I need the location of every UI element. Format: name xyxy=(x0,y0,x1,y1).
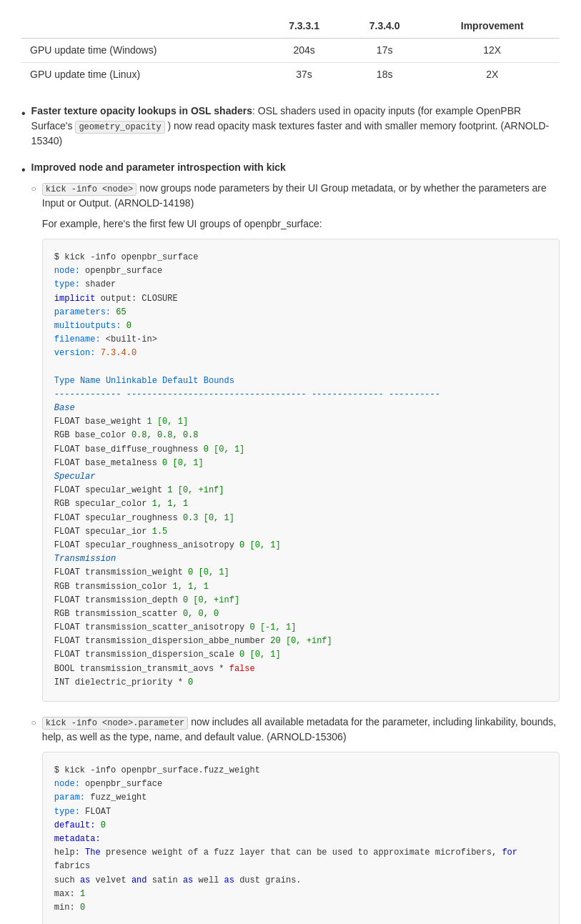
val-windows-v1: 204s xyxy=(264,39,344,63)
param-trans-color: RGB transmission_color xyxy=(54,582,173,592)
kick-info-node-code: kick -info <node> xyxy=(42,183,136,196)
default-col: Default xyxy=(162,376,198,386)
cmd-line: $ kick -info openpbr_surface xyxy=(54,252,199,262)
val-spec-ior: 1.5 xyxy=(152,527,168,537)
param-trans-disp-abbe: FLOAT transmission_dispersion_abbe_numbe… xyxy=(54,636,270,646)
col-header-metric xyxy=(21,14,264,39)
help-text-1: presence weight of a fuzz layer that can… xyxy=(101,848,502,858)
min-val: 0 xyxy=(80,903,85,913)
val-base-weight: 1 xyxy=(147,417,152,427)
val-trans-aovs: false xyxy=(229,664,255,674)
sp4 xyxy=(173,485,178,495)
section-base: Base xyxy=(54,403,75,413)
section-specular: Specular xyxy=(54,472,96,482)
param-base-metal: FLOAT base_metalness xyxy=(54,458,162,468)
bounds-trans-depth: [0, +inf] xyxy=(193,595,239,605)
type-val-2: FLOAT xyxy=(80,807,111,817)
max-line: max: xyxy=(54,889,80,899)
sp7 xyxy=(193,567,198,577)
param-trans-weight: FLOAT transmission_weight xyxy=(54,567,188,577)
sp10 xyxy=(281,636,286,646)
bounds-base-metal: [0, 1] xyxy=(173,458,204,468)
unlinkable-col: Unlinkable xyxy=(106,376,157,386)
version-key: version: xyxy=(54,348,96,358)
kick-info-param-codeblock: $ kick -info openpbr_surface.fuzz_weight… xyxy=(42,752,560,924)
bounds-spec-weight: [0, +inf] xyxy=(178,485,224,495)
multioutputs-val: 0 xyxy=(121,321,131,331)
sub-bullet-icon: ○ xyxy=(31,182,36,195)
feature-item-kick: • Improved node and parameter introspect… xyxy=(21,160,560,924)
node-key: node: xyxy=(54,266,80,276)
param-key: param: xyxy=(54,793,85,803)
parameters-key: parameters: xyxy=(54,307,111,317)
bounds-trans-scatter-aniso: [-1, 1] xyxy=(260,622,296,632)
node-val: openpbr_surface xyxy=(80,266,162,276)
val-trans-disp-abbe: 20 xyxy=(270,636,280,646)
col-header-v1: 7.3.3.1 xyxy=(264,14,344,39)
bounds-col: Bounds xyxy=(204,376,234,386)
version-val: 7.3.4.0 xyxy=(95,348,136,358)
max-val: 1 xyxy=(80,889,85,899)
default-key: default: xyxy=(54,820,96,830)
filename-key: filename: xyxy=(54,334,101,344)
param-spec-weight: FLOAT specular_weight xyxy=(54,485,167,495)
kick-subitem-param: ○ kick -info <node>.parameter now includ… xyxy=(31,715,560,924)
val-spec-color: 1, 1, 1 xyxy=(152,499,188,509)
spacer2 xyxy=(101,376,106,386)
val-windows-imp: 12X xyxy=(424,39,560,63)
performance-table: 7.3.3.1 7.3.4.0 Improvement GPU update t… xyxy=(21,14,560,86)
the-word: The xyxy=(85,848,101,858)
sub-bullet-icon-2: ○ xyxy=(31,716,36,729)
param-trans-scatter: RGB transmission_scatter xyxy=(54,609,183,619)
param-spec-aniso: FLOAT specular_roughness_anisotropy xyxy=(54,540,239,550)
help-text-6: well xyxy=(193,875,224,885)
spacer1 xyxy=(75,376,80,386)
feature-list: • Faster texture opacity lookups in OSL … xyxy=(21,104,560,924)
sp1 xyxy=(152,417,157,427)
sp9 xyxy=(255,622,260,632)
sp11 xyxy=(244,650,249,660)
kick-param-content: kick -info <node>.parameter now includes… xyxy=(42,715,560,924)
sp6 xyxy=(244,540,249,550)
bullet-icon: • xyxy=(21,162,26,179)
val-trans-depth: 0 xyxy=(183,595,188,605)
bounds-spec-rough: [0, 1] xyxy=(204,513,234,523)
val-linux-imp: 2X xyxy=(424,63,560,87)
type-key-2: type: xyxy=(54,807,80,817)
as-word1: as xyxy=(80,875,90,885)
val-linux-v1: 37s xyxy=(264,63,344,87)
param-base-weight: FLOAT base_weight xyxy=(54,417,147,427)
feature-item-osl: • Faster texture opacity lookups in OSL … xyxy=(21,104,560,149)
kick-sub-list: ○ kick -info <node> now groups node para… xyxy=(31,181,560,924)
val-base-diff: 0 xyxy=(204,444,209,454)
param-spec-ior: FLOAT specular_ior xyxy=(54,527,152,537)
dashes-row: ------------- --------------------------… xyxy=(54,389,440,399)
example-note: For example, here's the first few UI gro… xyxy=(42,217,560,232)
metric-linux: GPU update time (Linux) xyxy=(21,63,264,87)
cmd-line-2: $ kick -info openpbr_surface.fuzz_weight xyxy=(54,765,260,775)
name-col: Name xyxy=(80,376,101,386)
feature-osl-title: Faster texture opacity lookups in OSL sh… xyxy=(31,105,252,116)
and-word: and xyxy=(131,875,147,885)
param-trans-aovs: BOOL transmission_transmit_aovs * xyxy=(54,664,229,674)
section-transmission: Transmission xyxy=(54,554,116,564)
parameters-val: 65 xyxy=(111,307,126,317)
feature-kick-title: Improved node and parameter introspectio… xyxy=(31,160,560,175)
spacer4 xyxy=(199,376,204,386)
metadata-key: metadata: xyxy=(54,834,101,844)
bullet-icon: • xyxy=(21,105,26,122)
bounds-spec-aniso: [0, 1] xyxy=(250,540,281,550)
bounds-base-diff: [0, 1] xyxy=(214,444,244,454)
implicit-keyword: implicit xyxy=(54,294,96,304)
val-spec-rough: 0.3 xyxy=(183,513,199,523)
param-spec-rough: FLOAT specular_roughness xyxy=(54,513,183,523)
param-base-color: RGB base_color xyxy=(54,430,131,440)
param-trans-depth: FLOAT transmission_depth xyxy=(54,595,183,605)
filename-val: <built-in> xyxy=(101,334,157,344)
help-text-2: fabrics xyxy=(54,861,90,871)
param-trans-disp-scale: FLOAT transmission_dispersion_scale xyxy=(54,650,239,660)
type-key: type: xyxy=(54,279,80,289)
type-col: Type xyxy=(54,376,75,386)
help-text-7: dust grains. xyxy=(234,875,302,885)
val-dielectric-priority: 0 xyxy=(188,677,193,687)
